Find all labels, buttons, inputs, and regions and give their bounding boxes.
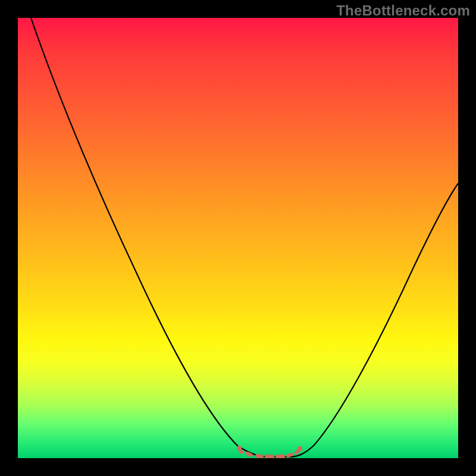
chart-frame: TheBottleneck.com	[0, 0, 476, 476]
svg-point-7	[237, 446, 242, 450]
plot-area	[18, 18, 458, 458]
svg-line-5	[288, 455, 292, 456]
flat-bottom-endpoints	[237, 446, 302, 451]
svg-point-8	[298, 446, 302, 451]
flat-bottom-markers	[239, 449, 299, 456]
svg-line-2	[257, 456, 262, 456]
svg-line-1	[248, 453, 251, 455]
watermark-text: TheBottleneck.com	[336, 2, 470, 19]
svg-line-6	[296, 450, 299, 453]
bottleneck-curve	[31, 18, 458, 457]
curve-svg	[18, 18, 458, 458]
